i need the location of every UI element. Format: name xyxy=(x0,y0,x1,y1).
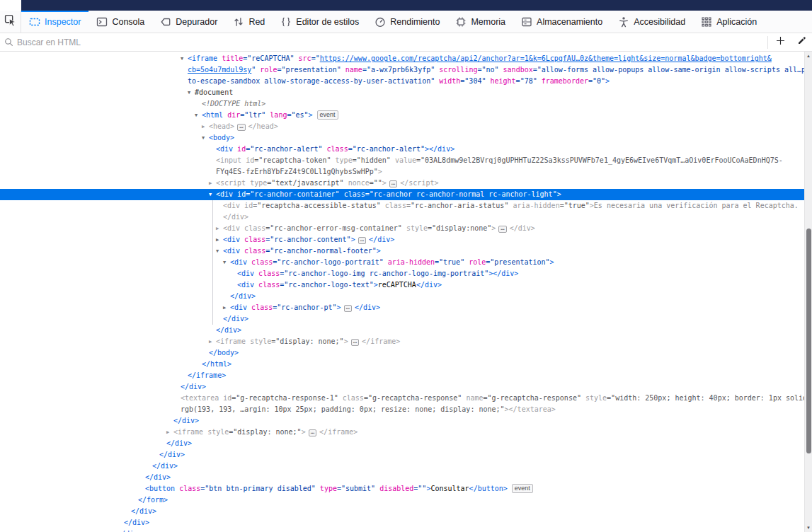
markup-row[interactable]: </body> xyxy=(0,347,804,359)
tab-memoria[interactable]: Memoria xyxy=(447,11,513,33)
markup-row[interactable]: </div> xyxy=(0,517,804,528)
markup-row[interactable]: </html> xyxy=(0,359,804,370)
code-token: ="03AL8dmw9el2BVrqj0gUPHHTuZ22Sa3kssPUVW… xyxy=(416,156,783,164)
markup-row[interactable]: </div> xyxy=(0,472,804,483)
markup-row[interactable]: <div class="rc-anchor-logo-img rc-anchor… xyxy=(0,268,804,279)
inline-expand-badge[interactable]: … xyxy=(389,180,397,187)
markup-row[interactable]: ▶<iframe style="display: none;">…</ifram… xyxy=(0,427,804,438)
code-token: ="recaptcha-token" xyxy=(254,156,331,164)
code-token: </div> xyxy=(159,451,185,458)
collapse-arrow-icon[interactable]: ▼ xyxy=(202,132,209,144)
inline-expand-badge[interactable]: … xyxy=(351,339,359,346)
markup-row[interactable]: <div id="recaptcha-accessible-status" cl… xyxy=(0,200,804,212)
pick-element-button[interactable] xyxy=(0,11,21,33)
markup-row[interactable]: ▶<div class="rc-anchor-content">…</div> xyxy=(0,234,804,245)
code-token: id xyxy=(233,145,246,153)
collapse-arrow-icon[interactable]: ▼ xyxy=(223,257,230,268)
tab-editor-de-estilos[interactable]: Editor de estilos xyxy=(273,11,367,33)
scrollbar-down-arrow-icon[interactable]: ▼ xyxy=(805,524,812,532)
markup-row[interactable]: </div> xyxy=(0,325,804,336)
expand-arrow-icon[interactable]: ▶ xyxy=(166,427,173,438)
markup-row[interactable]: </div> xyxy=(0,212,804,223)
markup-row[interactable]: <div class="rc-anchor-logo-text">reCAPTC… xyxy=(0,279,804,291)
markup-row[interactable]: ▼<div class="rc-anchor-logo-portrait" ar… xyxy=(0,257,804,268)
markup-row[interactable]: <input id="recaptcha-token" type="hidden… xyxy=(0,155,804,166)
code-token: > xyxy=(337,303,341,311)
markup-row[interactable]: </div> xyxy=(0,461,804,472)
collapse-arrow-icon[interactable]: ▼ xyxy=(188,87,195,98)
markup-row[interactable]: <!DOCTYPE html> xyxy=(0,98,804,110)
markup-row[interactable]: <textarea id="g-recaptcha-response-1" cl… xyxy=(0,393,804,404)
markup-row[interactable]: to-escape-sandbox allow-storage-access-b… xyxy=(0,76,804,87)
code-token: style xyxy=(402,224,428,232)
tab-red[interactable]: Red xyxy=(225,11,273,33)
code-token: =" xyxy=(311,54,320,62)
code-token: > xyxy=(378,168,382,175)
code-token: </div> xyxy=(181,383,206,391)
markup-row[interactable]: <div id="rc-anchor-alert" class="rc-anch… xyxy=(0,144,804,155)
markup-row[interactable]: </div> xyxy=(0,449,804,461)
markup-row[interactable]: cb=5o4u7mdul9sy" role="presentation" nam… xyxy=(0,64,804,76)
markup-row[interactable]: <button class="btn btn-primary disabled"… xyxy=(0,483,804,495)
markup-row[interactable]: </div> xyxy=(0,381,804,393)
event-badge[interactable]: event xyxy=(317,110,338,120)
markup-row[interactable]: </div> xyxy=(0,506,804,517)
code-token: ="rc-anchor-logo-img rc-anchor-logo-img-… xyxy=(280,270,488,277)
markup-row-selected[interactable]: ▼<div id="rc-anchor-container" class="rc… xyxy=(0,189,804,200)
expand-arrow-icon[interactable]: ▶ xyxy=(209,178,216,189)
markup-row[interactable]: ▶<head>…</head> xyxy=(0,121,804,132)
expand-arrow-icon[interactable]: ▶ xyxy=(216,234,223,245)
collapse-arrow-icon[interactable]: ▼ xyxy=(195,110,202,121)
search-input[interactable] xyxy=(17,37,766,47)
tab-inspector[interactable]: Inspector xyxy=(21,11,88,33)
markup-row[interactable]: </div> xyxy=(0,438,804,449)
markup-row[interactable]: ▼#document xyxy=(0,87,804,98)
collapse-arrow-icon[interactable]: ▼ xyxy=(209,189,216,200)
markup-row[interactable]: </div> xyxy=(0,291,804,302)
markup-row[interactable]: </div> xyxy=(0,313,804,325)
markup-row[interactable]: ▼<html dir="ltr" lang="es">event xyxy=(0,110,804,121)
expand-arrow-icon[interactable]: ▶ xyxy=(202,121,209,132)
tab-rendimiento[interactable]: Rendimiento xyxy=(367,11,447,33)
inline-expand-badge[interactable]: … xyxy=(358,237,366,244)
inline-expand-badge[interactable]: … xyxy=(309,429,316,436)
inline-expand-badge[interactable]: … xyxy=(237,124,245,131)
markup-view[interactable]: ▼<iframe title="reCAPTCHA" src="https://… xyxy=(0,52,804,532)
tab-aplicación[interactable]: Aplicación xyxy=(693,11,765,33)
vertical-scrollbar[interactable]: ▲ ▼ xyxy=(804,52,812,532)
markup-row[interactable]: ▶<iframe style="display: none;">…</ifram… xyxy=(0,336,804,347)
markup-row[interactable]: ▼<div class="rc-anchor-normal-footer"> xyxy=(0,245,804,257)
markup-row[interactable]: </div> xyxy=(0,528,804,532)
markup-row[interactable]: </form> xyxy=(0,495,804,506)
collapse-arrow-icon[interactable]: ▼ xyxy=(181,53,188,64)
collapse-arrow-icon[interactable]: ▼ xyxy=(216,245,223,257)
code-token: ="rc-anchor-logo-text" xyxy=(280,281,373,289)
inline-expand-badge[interactable]: … xyxy=(344,305,352,312)
expand-arrow-icon[interactable]: ▶ xyxy=(216,223,223,234)
markup-row[interactable]: rgb(193, 193, …argin: 10px 25px; padding… xyxy=(0,404,804,415)
markup-row[interactable]: ▼<body> xyxy=(0,132,804,144)
markup-row[interactable]: FYq4ES-fzErh8YbFzZ4t9C0Ll1gQhybsSwHPp"> xyxy=(0,166,804,178)
scrollbar-up-arrow-icon[interactable]: ▲ xyxy=(805,52,812,60)
expand-arrow-icon[interactable]: ▶ xyxy=(223,302,230,313)
markup-row[interactable]: ▶<div class="rc-anchor-pt">…</div> xyxy=(0,302,804,313)
code-token: ="rc-anchor-container" xyxy=(246,190,339,198)
add-node-button[interactable] xyxy=(770,33,791,51)
code-token: </div> xyxy=(152,462,178,470)
inline-expand-badge[interactable]: … xyxy=(498,226,506,233)
markup-row[interactable]: </div> xyxy=(0,415,804,427)
event-badge[interactable]: event xyxy=(512,484,533,493)
markup-row[interactable]: </iframe> xyxy=(0,370,804,381)
markup-row[interactable]: ▼<iframe title="reCAPTCHA" src="https://… xyxy=(0,53,804,64)
markup-row[interactable]: ▶<div class="rc-anchor-error-msg-contain… xyxy=(0,223,804,234)
tab-depurador[interactable]: Depurador xyxy=(152,11,225,33)
tab-almacenamiento[interactable]: Almacenamiento xyxy=(513,11,610,33)
tab-consola[interactable]: Consola xyxy=(88,11,152,33)
tab-label: Editor de estilos xyxy=(296,17,359,27)
eyedropper-button[interactable] xyxy=(791,33,812,51)
tab-accesibilidad[interactable]: Accesibilidad xyxy=(610,11,693,33)
markup-row[interactable]: ▶<script type="text/javascript" nonce=""… xyxy=(0,178,804,189)
expand-arrow-icon[interactable]: ▶ xyxy=(209,336,216,347)
code-token: </div> xyxy=(173,417,199,424)
scrollbar-thumb[interactable] xyxy=(806,229,811,453)
